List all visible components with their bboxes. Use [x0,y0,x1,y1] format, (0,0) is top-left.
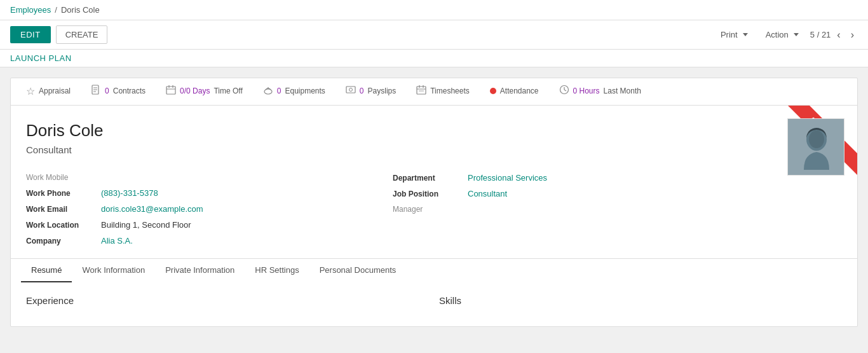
svg-rect-10 [346,87,355,93]
attendance-label: Attendance [500,87,539,95]
field-value-work-location: Building 1, Second Floor [101,220,191,230]
timeoff-icon [166,85,176,97]
payslips-label: Payslips [368,87,397,95]
launch-plan-link[interactable]: LAUNCH PLAN [10,53,72,63]
timesheets-label: Timesheets [430,87,470,95]
nav-prev-button[interactable]: ‹ [833,27,844,43]
contracts-label: Contracts [113,87,146,95]
stat-tab-payslips[interactable]: 0 Payslips [336,78,406,105]
employee-name: Doris Cole [26,121,842,141]
nav-next-button[interactable]: › [847,27,858,43]
nav-position: 5 / 21 [810,30,831,39]
action-caret-icon [794,33,799,36]
edit-button[interactable]: EDIT [10,26,51,43]
field-label-job-position: Job Position [393,190,463,198]
field-label-company: Company [26,237,96,246]
bottom-tabs: Resumé Work Information Private Informat… [11,258,857,282]
field-value-work-phone[interactable]: (883)-331-5378 [101,188,158,198]
stat-tab-appraisal[interactable]: ☆ Appraisal [16,78,81,105]
experience-section: Experience [26,295,429,314]
tab-hr-settings[interactable]: HR Settings [245,259,309,282]
hours-sublabel: Last Month [604,87,641,95]
field-job-position: Job Position Consultant [393,186,759,201]
appraisal-icon: ☆ [26,85,35,97]
stat-tab-timesheets[interactable]: Timesheets [406,78,480,105]
timeoff-label: Time Off [214,87,242,95]
field-label-manager: Manager [393,205,463,214]
field-value-company[interactable]: Alia S.A. [101,236,133,246]
field-work-mobile: Work Mobile [26,170,393,184]
avatar [787,118,844,176]
breadcrumb-employees-link[interactable]: Employees [10,5,51,15]
main-content: ☆ Appraisal 0 Contracts 0/0 Days Time Of… [0,67,868,337]
hours-count: 0 Hours [573,87,600,95]
toolbar-nav: 5 / 21 ‹ › [810,27,858,43]
svg-rect-4 [166,87,175,94]
svg-rect-12 [417,87,426,94]
timeoff-count: 0/0 Days [180,87,210,95]
field-value-job-position[interactable]: Consultant [468,189,507,198]
fields-right: Department Professional Services Job Pos… [393,170,759,248]
field-label-work-email: Work Email [26,205,96,214]
action-button[interactable]: Action [759,26,805,43]
stat-tab-timeoff[interactable]: 0/0 Days Time Off [156,78,253,105]
page-wrapper: Employees / Doris Cole EDIT CREATE Print… [0,0,868,353]
contracts-icon [91,85,101,97]
experience-title: Experience [26,295,429,306]
appraisal-label: Appraisal [39,87,71,95]
launch-plan-bar: LAUNCH PLAN [0,50,868,67]
svg-point-8 [264,89,272,94]
tab-content-resume: Experience Skills [11,282,857,326]
tab-resume[interactable]: Resumé [21,259,72,282]
avatar-image [788,119,844,176]
breadcrumb-separator: / [55,5,57,15]
breadcrumb-current: Doris Cole [61,5,100,15]
contracts-count: 0 [105,87,109,95]
record-card: ☆ Appraisal 0 Contracts 0/0 Days Time Of… [10,78,858,327]
payslips-icon [346,85,356,97]
toolbar-center: Print Action [714,26,805,43]
breadcrumb: Employees / Doris Cole [0,0,868,20]
field-manager: Manager [393,202,759,216]
tab-personal-documents[interactable]: Personal Documents [309,259,407,282]
timesheets-icon [416,85,426,97]
attendance-dot-icon [490,88,496,94]
payslips-count: 0 [360,87,364,95]
svg-line-19 [564,90,566,91]
svg-point-11 [349,88,352,92]
svg-point-22 [809,130,824,148]
tab-private-information[interactable]: Private Information [155,259,245,282]
hours-icon [559,85,569,97]
stat-tab-hours[interactable]: 0 Hours Last Month [549,78,651,105]
fields-grid: Work Mobile Work Phone (883)-331-5378 Wo… [26,170,842,248]
equipments-count: 0 [277,87,281,95]
employee-job-title: Consultant [26,144,842,155]
field-label-work-location: Work Location [26,221,96,230]
field-work-phone: Work Phone (883)-331-5378 [26,186,393,200]
field-label-work-mobile: Work Mobile [26,173,96,182]
field-value-department[interactable]: Professional Services [468,173,547,183]
field-department: Department Professional Services [393,170,759,185]
field-work-email: Work Email doris.cole31@example.com [26,202,393,216]
equipments-label: Equipments [285,87,325,95]
tab-work-information[interactable]: Work Information [72,259,155,282]
field-value-work-email[interactable]: doris.cole31@example.com [101,204,203,214]
fields-left: Work Mobile Work Phone (883)-331-5378 Wo… [26,170,393,248]
stat-tabs: ☆ Appraisal 0 Contracts 0/0 Days Time Of… [11,78,857,106]
stat-tab-equipments[interactable]: 0 Equipments [253,78,336,105]
stat-tab-contracts[interactable]: 0 Contracts [81,78,156,105]
print-caret-icon [743,33,748,36]
create-button[interactable]: CREATE [56,25,108,44]
toolbar: EDIT CREATE Print Action 5 / 21 ‹ › [0,20,868,50]
employee-info: ARCHIVED [11,106,857,258]
field-work-location: Work Location Building 1, Second Floor [26,218,393,232]
field-label-department: Department [393,174,463,183]
skills-section: Skills [439,295,842,314]
field-label-work-phone: Work Phone [26,189,96,198]
stat-tab-attendance[interactable]: Attendance [480,78,549,105]
field-company: Company Alia S.A. [26,233,393,248]
skills-title: Skills [439,295,842,306]
print-button[interactable]: Print [714,26,754,43]
equipments-icon [263,85,273,97]
